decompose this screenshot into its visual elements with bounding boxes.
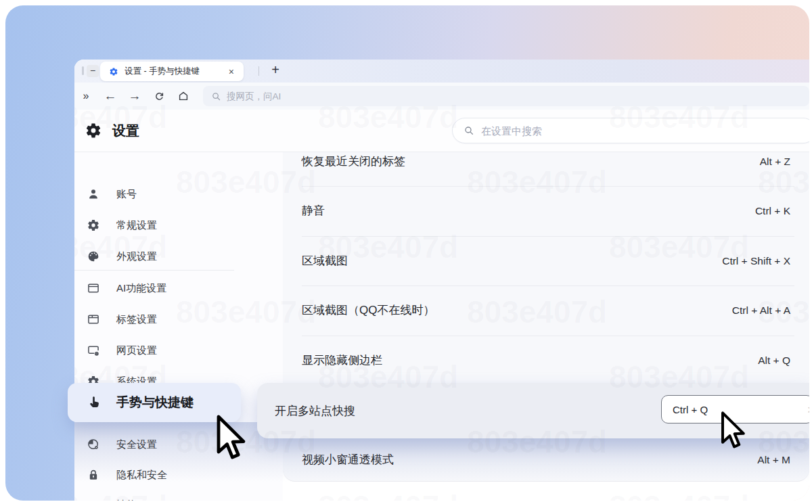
sidebar-item-label: 账号 — [116, 188, 137, 201]
shield-icon — [87, 438, 100, 451]
gradient-backdrop: − 设置 - 手势与快捷键 × + » ← → — [5, 5, 809, 501]
new-tab-button[interactable]: + — [267, 61, 284, 80]
sidebar-item-webpage[interactable]: 网页设置 — [74, 335, 283, 366]
shortcut-keys: Alt + Z — [760, 156, 790, 168]
address-input[interactable] — [227, 91, 511, 101]
address-search-icon — [211, 91, 221, 101]
back-icon[interactable]: ← — [100, 83, 120, 110]
shortcut-label: 区域截图（QQ不在线时） — [302, 302, 434, 318]
shortcut-row[interactable]: 区域截图 Ctrl + Shift + X — [283, 236, 809, 285]
sidebar-item-label: AI功能设置 — [116, 282, 166, 295]
minimize-tabs-button[interactable]: − — [87, 65, 99, 77]
sidebar-nav: 账号 常规设置 外观设置 — [74, 152, 283, 501]
sidebar-item-label: 隐私和安全 — [116, 469, 167, 482]
navigation-toolbar: » ← → — [74, 83, 809, 110]
shortcut-row[interactable]: 显示隐藏侧边栏 Alt + Q — [283, 336, 809, 385]
window-icon — [87, 281, 100, 295]
shortcut-label: 开启多站点快搜 — [275, 403, 355, 419]
shortcut-label: 区域截图 — [302, 253, 348, 269]
sidebar-item-account[interactable]: 账号 — [74, 179, 283, 210]
tab-separator — [258, 66, 259, 76]
clear-icon[interactable]: × — [807, 403, 809, 416]
shortcut-label: 显示隐藏侧边栏 — [302, 352, 382, 368]
tab-close-icon[interactable]: × — [226, 66, 237, 78]
forward-icon[interactable]: → — [125, 83, 145, 110]
home-icon[interactable] — [173, 83, 194, 110]
sidebar-item-label: 常规设置 — [116, 219, 157, 232]
shortcut-label: 静音 — [302, 203, 325, 219]
sidebar-item-label: 网页设置 — [116, 344, 157, 357]
performance-icon — [87, 498, 100, 501]
settings-body: 账号 常规设置 外观设置 — [74, 152, 809, 501]
settings-gear-icon — [85, 122, 102, 139]
shortcut-row[interactable]: 区域截图（QQ不在线时） Ctrl + Alt + A — [283, 285, 809, 335]
sidebar-item-label: 外观设置 — [116, 250, 157, 263]
sidebar-item-label: 安全设置 — [116, 438, 157, 451]
refresh-icon[interactable] — [149, 83, 169, 110]
shortcut-label: 恢复最近关闭的标签 — [302, 154, 405, 169]
sidebar-item-security[interactable]: 安全设置 — [74, 429, 283, 460]
shortcut-keys: Alt + Q — [758, 354, 790, 367]
webpage-settings-icon — [87, 344, 100, 357]
sidebar-item-label: 手势与快捷键 — [116, 394, 194, 411]
sidebar-divider — [74, 270, 234, 271]
lock-icon — [87, 468, 100, 482]
gear-icon — [87, 219, 100, 232]
tab-icon — [87, 313, 100, 326]
settings-search-icon — [464, 125, 474, 136]
settings-search-input[interactable] — [481, 125, 684, 137]
shortcut-keys: Ctrl + Shift + X — [722, 255, 790, 267]
mouse-cursor-sidebar — [215, 414, 247, 463]
screenshot-stage: − 设置 - 手势与快捷键 × + » ← → — [0, 0, 812, 504]
extensions-chevron-icon[interactable]: » — [76, 83, 96, 110]
active-tab[interactable]: 设置 - 手势与快捷键 × — [100, 62, 244, 81]
shortcut-row[interactable]: 静音 Ctrl + K — [283, 186, 809, 235]
sidebar-item-ai-features[interactable]: AI功能设置 — [74, 273, 283, 304]
shortcut-keys: Ctrl + Alt + A — [732, 304, 790, 317]
page-title: 设置 — [112, 122, 139, 140]
sidebar-item-performance[interactable]: 性能 — [74, 489, 283, 501]
sidebar-item-tabs[interactable]: 标签设置 — [74, 304, 283, 335]
shortcut-label: 视频小窗通透模式 — [302, 452, 394, 467]
sidebar-item-label: 性能 — [116, 499, 137, 501]
address-bar[interactable] — [203, 86, 809, 106]
tab-strip: − 设置 - 手势与快捷键 × + — [74, 60, 809, 83]
sidebar-item-label: 标签设置 — [116, 313, 157, 326]
shortcut-keys: Alt + M — [757, 454, 790, 466]
palette-icon — [87, 250, 100, 263]
shortcut-row[interactable]: 恢复最近关闭的标签 Alt + Z — [283, 137, 809, 186]
hand-pointer-icon — [87, 394, 103, 411]
sidebar-item-general[interactable]: 常规设置 — [74, 210, 283, 241]
tab-favicon-gear-icon — [109, 67, 118, 76]
user-icon — [87, 187, 100, 201]
tab-title: 设置 - 手势与快捷键 — [125, 66, 226, 77]
window-control-divider — [82, 66, 84, 75]
shortcut-keys: Ctrl + K — [755, 205, 790, 217]
sidebar-item-appearance[interactable]: 外观设置 — [74, 241, 283, 272]
mouse-cursor-input — [719, 411, 746, 451]
sidebar-item-privacy[interactable]: 隐私和安全 — [74, 459, 283, 490]
